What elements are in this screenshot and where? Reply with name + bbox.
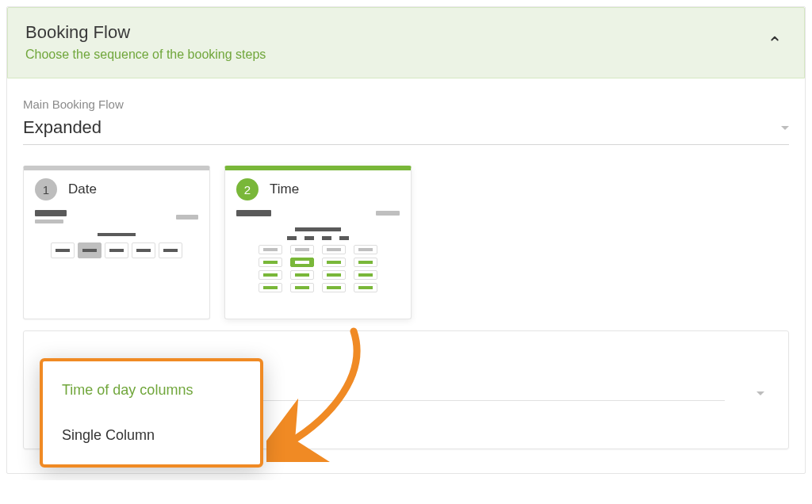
flow-card-time[interactable]: 2 Time (224, 166, 412, 319)
time-layout-dropdown: Time of day columns Single Column (40, 358, 263, 468)
dropdown-icon (756, 391, 764, 395)
date-preview (24, 202, 209, 258)
step-title-time: Time (270, 181, 299, 197)
collapse-button[interactable] (763, 27, 787, 51)
panel-title: Booking Flow (25, 22, 763, 43)
panel-header[interactable]: Booking Flow Choose the sequence of the … (7, 7, 805, 78)
main-flow-label: Main Booking Flow (23, 97, 789, 111)
panel-subtitle: Choose the sequence of the booking steps (25, 48, 763, 62)
main-flow-value: Expanded (23, 117, 102, 138)
chevron-up-icon (768, 32, 782, 46)
option-single-column[interactable]: Single Column (43, 413, 260, 458)
time-preview (225, 202, 411, 292)
step-title-date: Date (68, 181, 97, 197)
option-time-of-day-columns[interactable]: Time of day columns (43, 368, 260, 413)
step-number-1: 1 (35, 178, 57, 200)
flow-card-date[interactable]: 1 Date (23, 166, 210, 319)
panel-header-text: Booking Flow Choose the sequence of the … (25, 22, 763, 62)
main-flow-select[interactable]: Expanded (23, 114, 789, 145)
flow-cards-row: 1 Date (23, 166, 789, 319)
step-number-2: 2 (236, 178, 259, 200)
dropdown-icon (781, 126, 789, 130)
card-head-time: 2 Time (225, 170, 411, 202)
card-head-date: 1 Date (24, 170, 209, 202)
